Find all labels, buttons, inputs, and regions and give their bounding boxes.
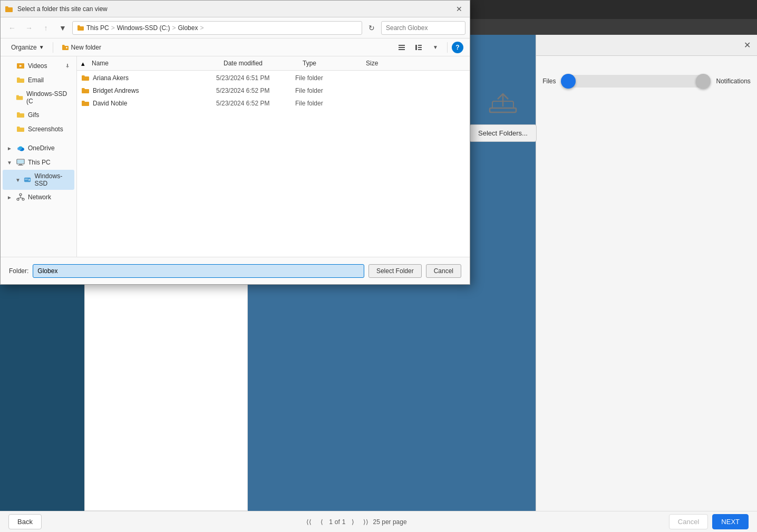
- onedrive-icon: [16, 144, 25, 152]
- nav-onedrive-label: OneDrive: [28, 144, 55, 152]
- gifs-folder-icon: [16, 111, 25, 119]
- view-chevron-icon: ▼: [433, 44, 438, 50]
- address-bar-folder-icon: [77, 24, 84, 32]
- column-header-size[interactable]: Size: [364, 59, 406, 68]
- file-item-david-noble[interactable]: David Noble 5/23/2024 6:52 PM File folde…: [77, 97, 470, 110]
- column-header-name[interactable]: Name: [90, 59, 221, 68]
- file-folder-icon-2: [81, 86, 90, 95]
- select-folder-button[interactable]: Select Folder: [368, 264, 422, 278]
- svg-rect-7: [399, 47, 405, 48]
- nav-item-this-pc[interactable]: ▼ This PC: [3, 156, 74, 169]
- svg-line-31: [21, 198, 23, 198]
- address-bar[interactable]: This PC > Windows-SSD (C:) > Globex >: [72, 21, 362, 35]
- nav-windows-ssd-drive-label: Windows-SSD: [34, 172, 70, 187]
- videos-pin-icon: [65, 63, 70, 69]
- nav-email-label: Email: [28, 76, 44, 84]
- video-folder-icon: [16, 62, 25, 70]
- search-box[interactable]: [381, 21, 465, 35]
- nav-recent-button[interactable]: ▼: [55, 21, 70, 35]
- address-this-pc[interactable]: This PC: [86, 24, 109, 32]
- toolbar2-left: Organize ▼ New folder: [7, 42, 105, 53]
- nav-item-email[interactable]: Email: [3, 73, 74, 87]
- svg-rect-9: [415, 45, 417, 50]
- svg-rect-25: [25, 179, 28, 179]
- svg-rect-8: [399, 49, 405, 50]
- file-name-2: Bridget Andrews: [93, 87, 216, 94]
- screenshots-folder-icon: [16, 125, 25, 133]
- details-view-icon: [415, 44, 422, 51]
- network-icon: [16, 193, 25, 201]
- file-column-headers: ▴ Name Date modified Type Size: [77, 56, 470, 71]
- svg-rect-6: [399, 45, 405, 46]
- organize-button[interactable]: Organize ▼: [7, 42, 48, 53]
- dialog-overlay: Select a folder this site can view ✕ ← →…: [0, 0, 757, 532]
- file-type-2: File folder: [295, 87, 358, 94]
- nav-windows-ssd-label: Windows-SSD (C: [26, 90, 70, 105]
- file-date-3: 5/23/2024 6:52 PM: [216, 100, 295, 107]
- folder-input[interactable]: [33, 264, 364, 278]
- address-globex[interactable]: Globex: [178, 24, 198, 32]
- sort-indicator: ▴: [81, 60, 90, 67]
- nav-item-onedrive[interactable]: ► OneDrive: [3, 141, 74, 155]
- svg-rect-10: [418, 45, 422, 46]
- file-item-bridget-andrews[interactable]: Bridget Andrews 5/23/2024 6:52 PM File f…: [77, 84, 470, 97]
- network-expand-arrow: ►: [7, 195, 13, 200]
- folder-label: Folder:: [9, 267, 28, 275]
- dialog-organize-toolbar: Organize ▼ New folder: [1, 38, 470, 56]
- nav-forward-button[interactable]: →: [22, 21, 36, 35]
- nav-item-windows-ssd[interactable]: Windows-SSD (C: [3, 88, 74, 108]
- view-details-button[interactable]: [411, 40, 426, 55]
- nav-back-button[interactable]: ←: [5, 21, 20, 35]
- dialog-title-left: Select a folder this site can view: [5, 5, 108, 13]
- file-type-3: File folder: [295, 100, 358, 107]
- windows-ssd-expand-arrow: ▼: [15, 177, 21, 183]
- column-header-date[interactable]: Date modified: [221, 59, 300, 68]
- nav-item-videos[interactable]: Videos: [3, 59, 74, 73]
- svg-rect-12: [418, 49, 422, 50]
- search-input[interactable]: [386, 24, 465, 32]
- nav-videos-label: Videos: [28, 62, 47, 70]
- email-folder-icon: [16, 76, 25, 84]
- column-header-type[interactable]: Type: [300, 59, 364, 68]
- this-pc-icon: [16, 158, 25, 167]
- dialog-title-text: Select a folder this site can view: [17, 5, 108, 13]
- nav-this-pc-label: This PC: [28, 159, 51, 166]
- new-folder-button[interactable]: New folder: [57, 42, 105, 53]
- nav-item-screenshots[interactable]: Screenshots: [3, 122, 74, 136]
- onedrive-expand-arrow: ►: [7, 146, 13, 151]
- nav-item-network[interactable]: ► Network: [3, 190, 74, 204]
- nav-spacer: [1, 137, 76, 141]
- nav-network-label: Network: [28, 194, 51, 201]
- dialog-body: Videos Email: [1, 56, 470, 257]
- dialog-close-button[interactable]: ✕: [453, 3, 465, 15]
- svg-point-24: [28, 179, 30, 180]
- view-list-button[interactable]: [394, 40, 409, 55]
- file-type-1: File folder: [295, 74, 358, 82]
- address-windows-ssd[interactable]: Windows-SSD (C:): [117, 24, 170, 32]
- help-button[interactable]: ?: [452, 42, 463, 53]
- svg-point-18: [19, 147, 23, 149]
- file-item-ariana-akers[interactable]: Ariana Akers 5/23/2024 6:51 PM File fold…: [77, 72, 470, 84]
- file-list-area: ▴ Name Date modified Type Size: [77, 56, 470, 257]
- file-dialog: Select a folder this site can view ✕ ← →…: [0, 0, 470, 285]
- nav-item-gifs[interactable]: Gifs: [3, 108, 74, 122]
- view-dropdown-button[interactable]: ▼: [428, 40, 443, 55]
- nav-item-windows-ssd-drive[interactable]: ▼ Windows-SSD: [3, 170, 74, 190]
- file-list: Ariana Akers 5/23/2024 6:51 PM File fold…: [77, 71, 470, 257]
- file-folder-icon-3: [81, 99, 90, 108]
- nav-up-button[interactable]: ↑: [38, 21, 53, 35]
- address-refresh-button[interactable]: ↻: [364, 21, 379, 35]
- file-name-3: David Noble: [93, 100, 216, 107]
- toolbar-divider: [53, 42, 53, 53]
- file-folder-icon-1: [81, 74, 90, 82]
- windows-ssd-drive-icon: [24, 176, 31, 184]
- organize-chevron-icon: ▼: [39, 44, 44, 50]
- this-pc-expand-arrow: ▼: [7, 160, 13, 166]
- toolbar2-divider: [447, 42, 448, 53]
- dialog-footer: Folder: Select Folder Cancel: [1, 257, 470, 284]
- dialog-cancel-button[interactable]: Cancel: [426, 264, 461, 278]
- svg-line-30: [18, 198, 21, 198]
- dialog-titlebar: Select a folder this site can view ✕: [1, 1, 470, 17]
- file-name-1: Ariana Akers: [93, 74, 216, 82]
- svg-rect-11: [418, 47, 422, 48]
